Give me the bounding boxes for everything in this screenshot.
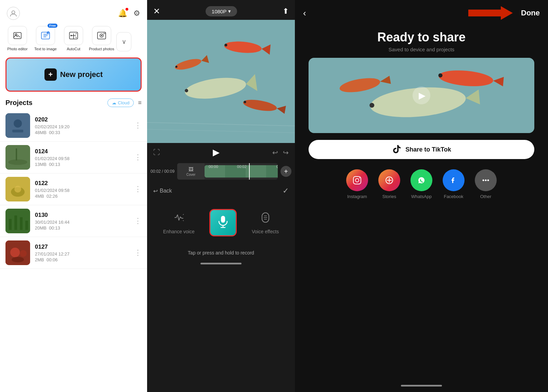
- tool-product-photos[interactable]: AI Product photos: [88, 26, 115, 51]
- add-clip-button[interactable]: +: [280, 166, 291, 177]
- cover-button[interactable]: 🖼 Cover: [177, 163, 205, 180]
- project-name-0130: 0130: [35, 212, 129, 219]
- project-meta-0130: 20MB 00:13: [35, 225, 129, 231]
- tools-row: Photo editor Free AI Text to image: [0, 23, 147, 54]
- record-button[interactable]: [209, 209, 237, 236]
- timeline-track[interactable]: 🖼 Cover 00:00 00:02 00:04: [177, 163, 278, 180]
- new-project-icon: +: [44, 68, 57, 81]
- project-date-0202: 02/02/2024 19:20: [35, 124, 129, 129]
- stories-label: Stories: [382, 194, 396, 199]
- voice-topbar: ↩ Back ✓: [147, 181, 295, 199]
- fullscreen-button[interactable]: ⛶: [153, 148, 160, 156]
- settings-icon[interactable]: ⚙: [133, 9, 140, 18]
- close-video-button[interactable]: ✕: [153, 6, 160, 16]
- voice-effects-icon: [259, 211, 272, 226]
- undo-button[interactable]: ↩: [272, 148, 278, 157]
- new-project-label: New project: [60, 70, 103, 79]
- share-tiktok-label: Share to TikTok: [405, 146, 451, 153]
- project-info-0124: 0124 01/02/2024 09:58 13MB 00:13: [35, 148, 129, 167]
- enhance-voice-icon: [173, 211, 185, 226]
- project-more-0122[interactable]: ⋮: [134, 185, 142, 194]
- project-info-0202: 0202 02/02/2024 19:20 48MB 00:33: [35, 116, 129, 135]
- svg-point-75: [483, 180, 484, 181]
- preview-play-button[interactable]: ▶: [413, 87, 430, 104]
- redo-button[interactable]: ↪: [283, 148, 289, 157]
- preview-area: ▶: [309, 58, 534, 133]
- project-item-0202[interactable]: 0202 02/02/2024 19:20 48MB 00:33 ⋮: [0, 110, 147, 142]
- video-controls-bar: ⛶ ▶ ↩ ↪: [147, 143, 295, 162]
- back-label: Back: [160, 188, 172, 194]
- project-date-0127: 27/01/2024 12:27: [35, 251, 129, 257]
- new-project-button[interactable]: + New project: [5, 57, 142, 92]
- confirm-button[interactable]: ✓: [283, 186, 289, 195]
- project-item-0122[interactable]: 0122 01/02/2024 09:58 4MB 02:26 ⋮: [0, 173, 147, 205]
- enhance-voice-label: Enhance voice: [163, 229, 195, 234]
- svg-rect-14: [12, 130, 23, 132]
- timeline-cursor: [249, 163, 250, 180]
- social-facebook[interactable]: Facebook: [443, 169, 465, 199]
- svg-rect-25: [25, 221, 28, 230]
- saved-subtitle: Saved to device and projects: [295, 47, 548, 52]
- project-item-0127[interactable]: 0127 27/01/2024 12:27 2MB 00:06 ⋮: [0, 237, 147, 269]
- svg-marker-57: [468, 6, 513, 20]
- mic-button-wrapper: [206, 206, 240, 240]
- photo-editor-icon-box: [8, 26, 27, 45]
- svg-rect-24: [20, 217, 23, 230]
- tool-autocut[interactable]: AutoCut: [60, 26, 87, 51]
- avatar[interactable]: [7, 7, 20, 20]
- enhance-voice-option[interactable]: Enhance voice: [163, 211, 195, 234]
- upload-button[interactable]: ⬆: [283, 7, 289, 16]
- project-thumb-0127: [5, 240, 30, 265]
- project-meta-0124: 13MB 00:13: [35, 162, 129, 167]
- play-button[interactable]: ▶: [213, 147, 220, 158]
- instagram-label: Instagram: [347, 194, 367, 199]
- project-thumb-0122: [5, 177, 30, 201]
- project-item-0124[interactable]: 0124 01/02/2024 09:58 13MB 00:13 ⋮: [0, 142, 147, 173]
- whatsapp-icon: [410, 169, 432, 191]
- autocut-icon-box: [64, 26, 83, 45]
- resolution-button[interactable]: 1080P ▾: [206, 6, 237, 16]
- project-name-0127: 0127: [35, 244, 129, 250]
- more-tools-button[interactable]: ∨: [116, 32, 131, 51]
- tool-text-to-image[interactable]: Free AI Text to image: [32, 26, 59, 51]
- left-panel: 🔔 ⚙ Photo editor Free: [0, 0, 147, 392]
- project-meta-0127: 2MB 00:06: [35, 257, 129, 262]
- whatsapp-label: WhatsApp: [411, 194, 432, 199]
- right-bottom-bar: [295, 381, 548, 392]
- project-more-0202[interactable]: ⋮: [134, 121, 142, 130]
- right-back-button[interactable]: ‹: [303, 8, 306, 18]
- project-more-0124[interactable]: ⋮: [134, 153, 142, 162]
- share-tiktok-button[interactable]: Share to TikTok: [309, 140, 534, 159]
- microphone-icon: [216, 214, 230, 231]
- svg-text:AI: AI: [48, 32, 50, 34]
- svg-rect-1: [14, 32, 21, 39]
- project-item-0130[interactable]: 0130 30/01/2024 16:44 20MB 00:13 ⋮: [0, 205, 147, 237]
- preview-play-icon: ▶: [419, 90, 426, 101]
- back-button[interactable]: ↩ Back: [153, 188, 172, 194]
- bottom-home-bar: [147, 259, 295, 270]
- svg-rect-23: [14, 215, 17, 230]
- timeline-bar: 00:02 / 00:09 🖼 Cover 00:00 00:02 00:04 …: [147, 162, 295, 181]
- social-whatsapp[interactable]: WhatsApp: [410, 169, 432, 199]
- tool-photo-editor[interactable]: Photo editor: [4, 26, 31, 51]
- voice-effects-option[interactable]: Voice effects: [252, 211, 279, 234]
- project-meta-0202: 48MB 00:33: [35, 130, 129, 135]
- sort-icon[interactable]: ≡: [138, 99, 142, 106]
- social-stories[interactable]: Stories: [378, 169, 400, 199]
- facebook-label: Facebook: [444, 194, 463, 199]
- right-panel: ‹ Done Ready to share Saved to device an…: [295, 0, 548, 392]
- timeline-mark-0: 00:00: [209, 165, 218, 169]
- project-more-0127[interactable]: ⋮: [134, 248, 142, 257]
- project-date-0122: 01/02/2024 09:58: [35, 188, 129, 193]
- projects-header: Projects ☁ Cloud ≡: [0, 95, 147, 110]
- social-other[interactable]: Other: [475, 169, 497, 199]
- voice-effects-label: Voice effects: [252, 229, 279, 234]
- photo-editor-label: Photo editor: [7, 47, 27, 51]
- cloud-button[interactable]: ☁ Cloud: [107, 99, 134, 107]
- project-more-0130[interactable]: ⋮: [134, 217, 142, 225]
- svg-point-0: [12, 11, 15, 14]
- notification-icon[interactable]: 🔔: [118, 9, 127, 18]
- social-instagram[interactable]: Instagram: [346, 169, 368, 199]
- project-meta-0122: 4MB 02:26: [35, 194, 129, 199]
- done-button[interactable]: Done: [521, 9, 540, 17]
